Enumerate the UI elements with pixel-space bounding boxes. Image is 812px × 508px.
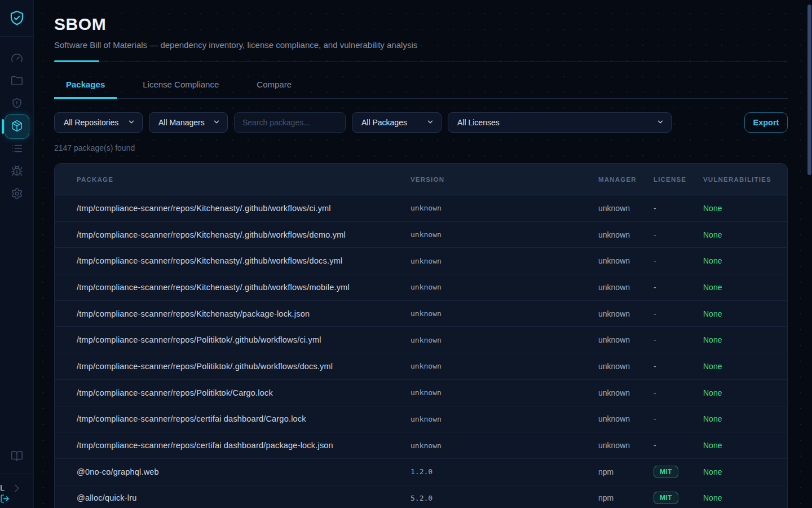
table-row[interactable]: /tmp/compliance-scanner/repos/Kitchenast… — [55, 222, 787, 248]
tab-compare[interactable]: Compare — [245, 75, 303, 99]
table-row[interactable]: /tmp/compliance-scanner/repos/certifai d… — [55, 406, 787, 433]
package-manager: npm — [598, 493, 654, 502]
package-version: 5.2.0 — [411, 494, 598, 502]
package-path: @alloc/quick-lru — [77, 493, 411, 502]
column-header-license: LICENSE — [654, 176, 703, 183]
package-path: /tmp/compliance-scanner/repos/certifai d… — [77, 441, 411, 450]
gauge-icon — [11, 52, 23, 66]
package-manager: unknown — [598, 388, 654, 397]
sidebar-item-docs[interactable] — [6, 445, 28, 468]
chevron-down-icon — [213, 118, 220, 128]
package-path: /tmp/compliance-scanner/repos/Politiktok… — [77, 335, 411, 344]
sidebar-divider-bottom — [0, 474, 34, 474]
sidebar-nav — [5, 37, 29, 205]
main-content: SBOM Software Bill of Materials — depend… — [34, 0, 812, 508]
column-header-version: VERSION — [411, 176, 598, 183]
repository-filter-value: All Repositories — [64, 118, 118, 127]
package-vulnerabilities: None — [703, 414, 774, 423]
column-header-manager: MANAGER — [598, 176, 654, 183]
title-divider — [54, 62, 788, 62]
column-header-vulnerabilities: VULNERABILITIES — [703, 176, 774, 183]
table-row[interactable]: /tmp/compliance-scanner/repos/Kitchenast… — [55, 248, 787, 274]
repository-filter[interactable]: All Repositories — [54, 112, 143, 133]
package-license: - — [654, 414, 703, 423]
table-body: /tmp/compliance-scanner/repos/Kitchenast… — [55, 195, 787, 508]
table-row[interactable]: /tmp/compliance-scanner/repos/Politiktok… — [55, 380, 787, 406]
column-header-package: PACKAGE — [77, 176, 411, 183]
package-version: unknown — [411, 283, 598, 291]
app-logo[interactable] — [8, 0, 26, 36]
table-row[interactable]: /tmp/compliance-scanner/repos/Kitchenast… — [55, 274, 787, 301]
cutoff-label: L — [0, 483, 10, 493]
chevron-down-icon — [656, 118, 664, 128]
folder-icon — [11, 75, 23, 89]
table-row[interactable]: /tmp/compliance-scanner/repos/Kitchenast… — [55, 195, 787, 222]
table-row[interactable]: /tmp/compliance-scanner/repos/Politiktok… — [55, 327, 787, 353]
package-manager: npm — [598, 467, 654, 476]
license-filter[interactable]: All Licenses — [448, 112, 672, 133]
package-path: /tmp/compliance-scanner/repos/certifai d… — [77, 414, 411, 423]
package-path: /tmp/compliance-scanner/repos/Kitchenast… — [77, 283, 411, 292]
chevron-down-icon — [426, 118, 434, 128]
packages-table: PACKAGE VERSION MANAGER LICENSE VULNERAB… — [54, 163, 788, 508]
package-vulnerabilities: None — [703, 335, 774, 344]
sidebar-item-repositories[interactable] — [6, 70, 28, 93]
package-manager: unknown — [598, 414, 654, 423]
package-vulnerabilities: None — [703, 493, 774, 502]
package-license: - — [654, 256, 703, 265]
bug-icon — [11, 165, 23, 179]
list-icon — [11, 142, 23, 156]
cutoff-overlay: L — [0, 483, 10, 506]
package-manager: unknown — [598, 309, 654, 318]
package-version: unknown — [411, 441, 598, 450]
sidebar-item-dashboard[interactable] — [6, 47, 28, 70]
filter-bar: All Repositories All Managers All Packag… — [54, 112, 788, 133]
package-license: - — [654, 204, 703, 213]
export-button[interactable]: Export — [744, 112, 788, 133]
package-license: MIT — [654, 466, 703, 478]
logout-icon[interactable] — [0, 494, 10, 506]
package-manager: unknown — [598, 441, 654, 450]
tab-packages[interactable]: Packages — [54, 75, 117, 99]
package-version: unknown — [411, 309, 598, 318]
table-row[interactable]: /tmp/compliance-scanner/repos/Kitchenast… — [55, 301, 787, 327]
package-version: unknown — [411, 204, 598, 212]
package-path: @0no-co/graphql.web — [77, 467, 411, 476]
manager-filter[interactable]: All Managers — [149, 112, 228, 133]
sidebar-item-sbom[interactable] — [5, 114, 29, 139]
results-count: 2147 package(s) found — [54, 143, 788, 152]
scrollbar-thumb[interactable] — [807, 5, 811, 175]
tab-bar: Packages License Compliance Compare — [54, 75, 788, 99]
package-manager: unknown — [598, 283, 654, 292]
table-row[interactable]: @0no-co/graphql.web 1.2.0 npm MIT None — [55, 459, 787, 485]
package-type-filter[interactable]: All Packages — [352, 112, 442, 133]
license-filter-value: All Licenses — [457, 118, 500, 127]
package-type-filter-value: All Packages — [361, 118, 407, 127]
package-vulnerabilities: None — [703, 256, 774, 265]
search-input[interactable] — [234, 112, 346, 133]
package-vulnerabilities: None — [703, 230, 774, 239]
gear-icon — [11, 187, 23, 202]
package-license: - — [654, 362, 703, 371]
package-license: - — [654, 283, 703, 292]
sidebar-item-issues[interactable] — [6, 160, 28, 183]
chevron-right-icon — [11, 482, 23, 496]
table-row[interactable]: /tmp/compliance-scanner/repos/Politiktok… — [55, 353, 787, 380]
package-version: unknown — [411, 415, 598, 423]
package-vulnerabilities: None — [703, 467, 774, 476]
sidebar-item-settings[interactable] — [6, 183, 28, 205]
package-path: /tmp/compliance-scanner/repos/Kitchenast… — [77, 309, 411, 318]
package-license: - — [654, 388, 703, 397]
table-row[interactable]: @alloc/quick-lru 5.2.0 npm MIT None — [55, 485, 787, 508]
sidebar-item-security[interactable] — [6, 93, 28, 115]
package-license: - — [654, 335, 703, 344]
package-manager: unknown — [598, 230, 654, 239]
package-vulnerabilities: None — [703, 362, 774, 371]
table-header-row: PACKAGE VERSION MANAGER LICENSE VULNERAB… — [55, 164, 787, 195]
table-row[interactable]: /tmp/compliance-scanner/repos/certifai d… — [55, 432, 787, 459]
package-path: /tmp/compliance-scanner/repos/Kitchenast… — [77, 230, 411, 239]
sidebar-item-inventory[interactable] — [6, 138, 28, 160]
tab-license-compliance[interactable]: License Compliance — [131, 75, 231, 99]
package-license: - — [654, 230, 703, 239]
package-version: unknown — [411, 388, 598, 397]
